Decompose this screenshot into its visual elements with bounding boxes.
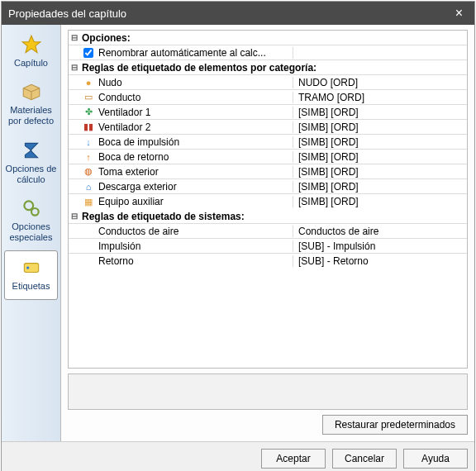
category-row[interactable]: ◍Toma exterior[SIMB] [ORD]	[69, 164, 467, 179]
system-name: Retorno	[97, 255, 293, 267]
close-icon[interactable]: ×	[450, 6, 468, 21]
main-panel: ⊟ Opciones: Renombrar automáticamente al…	[61, 25, 474, 441]
row-label: Renombrar automáticamente al calc...	[97, 47, 293, 59]
collapse-icon[interactable]: ⊟	[69, 212, 80, 221]
category-row[interactable]: ▭ConductoTRAMO [ORD]	[69, 90, 467, 105]
category-name: Nudo	[97, 77, 293, 88]
category-name: Boca de impulsión	[97, 136, 293, 148]
category-row[interactable]: ↓Boca de impulsión[SIMB] [ORD]	[69, 135, 467, 150]
category-value[interactable]: [SIMB] [ORD]	[293, 121, 467, 133]
category-value[interactable]: [SIMB] [ORD]	[293, 151, 467, 163]
svg-point-4	[26, 267, 29, 269]
collapse-icon[interactable]: ⊟	[69, 33, 80, 42]
window-title: Propiedades del capítulo	[8, 7, 126, 20]
category-name: Conducto	[97, 92, 293, 103]
category-value[interactable]: [SIMB] [ORD]	[293, 136, 467, 148]
section-opciones: ⊟ Opciones:	[69, 31, 467, 45]
system-value[interactable]: [SUB] - Retorno	[293, 255, 467, 267]
category-row[interactable]: ▮▮Ventilador 2[SIMB] [ORD]	[69, 120, 467, 135]
sidebar-item-materials[interactable]: Materiales por defecto	[2, 75, 60, 133]
titlebar: Propiedades del capítulo ×	[2, 2, 474, 25]
category-icon: ▭	[80, 92, 97, 102]
system-value[interactable]: Conductos de aire	[293, 226, 467, 237]
dialog-window: Propiedades del capítulo × Capítulo Mate…	[1, 1, 475, 471]
collapse-icon[interactable]: ⊟	[69, 63, 80, 72]
system-name: Impulsión	[97, 240, 293, 252]
box-icon	[20, 80, 43, 103]
sidebar-item-labels[interactable]: Etiquetas	[4, 250, 58, 299]
category-icon: ●	[80, 78, 97, 88]
category-icon: ▮▮	[80, 121, 97, 132]
cancel-button[interactable]: Cancelar	[332, 449, 397, 469]
sidebar-item-special-options[interactable]: Opciones especiales	[2, 192, 60, 250]
category-icon: ▦	[80, 197, 97, 207]
sigma-icon	[20, 139, 43, 162]
star-icon	[20, 33, 43, 56]
category-name: Toma exterior	[97, 166, 293, 178]
grid-empty-space	[69, 269, 467, 368]
category-name: Ventilador 1	[97, 107, 293, 118]
system-row[interactable]: Impulsión[SUB] - Impulsión	[69, 239, 467, 254]
sidebar: Capítulo Materiales por defecto Opciones…	[2, 25, 61, 441]
system-value[interactable]: [SUB] - Impulsión	[293, 240, 467, 252]
sidebar-label: Opciones de cálculo	[3, 164, 59, 185]
svg-rect-3	[24, 264, 38, 273]
sidebar-item-chapter[interactable]: Capítulo	[2, 28, 60, 75]
category-row[interactable]: ▦Equipo auxiliar[SIMB] [ORD]	[69, 194, 467, 209]
category-icon: ↓	[80, 137, 97, 147]
category-name: Ventilador 2	[97, 121, 293, 133]
gears-icon	[20, 197, 43, 220]
system-row[interactable]: Retorno[SUB] - Retorno	[69, 254, 467, 269]
category-value[interactable]: [SIMB] [ORD]	[293, 181, 467, 193]
dialog-footer: Aceptar Cancelar Ayuda	[2, 441, 474, 471]
ok-button[interactable]: Aceptar	[261, 449, 326, 469]
category-value[interactable]: NUDO [ORD]	[293, 77, 467, 88]
category-value[interactable]: TRAMO [ORD]	[293, 92, 467, 103]
sidebar-label: Materiales por defecto	[3, 105, 59, 126]
category-icon: ⌂	[80, 182, 97, 192]
restore-defaults-button[interactable]: Restaurar predeterminados	[322, 415, 468, 435]
category-row[interactable]: ⌂Descarga exterior[SIMB] [ORD]	[69, 179, 467, 194]
section-title: Reglas de etiquetado de elementos por ca…	[80, 62, 467, 74]
sidebar-label: Opciones especiales	[3, 221, 59, 243]
section-title: Opciones:	[80, 32, 467, 44]
section-categoria: ⊟ Reglas de etiquetado de elementos por …	[69, 60, 467, 75]
category-icon: ◍	[80, 166, 97, 177]
section-sistemas: ⊟ Reglas de etiquetado de sistemas:	[69, 209, 467, 224]
help-button[interactable]: Ayuda	[403, 449, 468, 469]
category-value[interactable]: [SIMB] [ORD]	[293, 196, 467, 207]
section-title: Reglas de etiquetado de sistemas:	[80, 211, 467, 222]
svg-point-2	[31, 208, 39, 216]
category-value[interactable]: [SIMB] [ORD]	[293, 166, 467, 178]
svg-marker-0	[22, 36, 40, 53]
category-row[interactable]: ●NudoNUDO [ORD]	[69, 75, 467, 90]
sidebar-label: Etiquetas	[12, 281, 50, 292]
properties-grid: ⊟ Opciones: Renombrar automáticamente al…	[68, 30, 468, 369]
category-name: Equipo auxiliar	[97, 196, 293, 207]
category-icon: ↑	[80, 152, 97, 162]
category-row[interactable]: ✤Ventilador 1[SIMB] [ORD]	[69, 105, 467, 120]
description-box	[68, 373, 468, 410]
system-name: Conductos de aire	[97, 226, 293, 237]
category-name: Descarga exterior	[97, 181, 293, 193]
tag-icon	[20, 256, 43, 279]
sidebar-label: Capítulo	[14, 58, 48, 69]
rename-checkbox[interactable]	[83, 48, 93, 58]
category-value[interactable]: [SIMB] [ORD]	[293, 107, 467, 118]
category-name: Boca de retorno	[97, 151, 293, 163]
sidebar-item-calc-options[interactable]: Opciones de cálculo	[2, 134, 60, 192]
row-rename-auto[interactable]: Renombrar automáticamente al calc...	[69, 45, 467, 60]
category-icon: ✤	[80, 107, 97, 117]
system-row[interactable]: Conductos de aireConductos de aire	[69, 224, 467, 239]
category-row[interactable]: ↑Boca de retorno[SIMB] [ORD]	[69, 150, 467, 164]
